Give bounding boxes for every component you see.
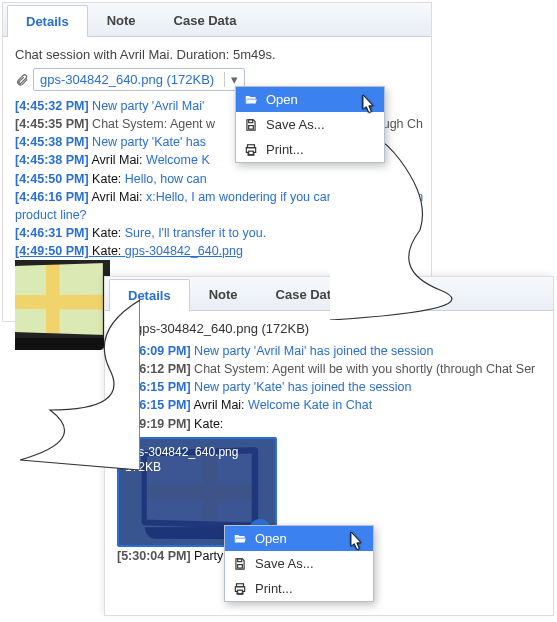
svg-rect-7 bbox=[238, 590, 243, 594]
menu-print-label: Print... bbox=[255, 581, 293, 596]
chat-log: [3:16:09 PM] New party 'Avril Mai' has j… bbox=[117, 342, 545, 433]
svg-rect-1 bbox=[249, 125, 254, 128]
thumb-filesize: 172KB bbox=[125, 460, 269, 476]
log-line: [3:19:19 PM] Kate: bbox=[117, 415, 545, 433]
tab-case-data[interactable]: Case Data bbox=[155, 4, 256, 36]
svg-rect-4 bbox=[238, 558, 242, 561]
svg-rect-3 bbox=[249, 151, 254, 155]
tab-details[interactable]: Details bbox=[7, 5, 88, 37]
save-icon bbox=[244, 118, 258, 132]
torn-edge-decoration bbox=[0, 300, 140, 470]
menu-save-as-label: Save As... bbox=[266, 117, 325, 132]
menu-print[interactable]: Print... bbox=[236, 137, 384, 162]
svg-rect-5 bbox=[238, 564, 243, 568]
thumb-filename: gps-304842_640.png bbox=[125, 445, 269, 461]
chevron-down-icon: ▾ bbox=[224, 72, 238, 87]
attachment-label: gps-304842_640.png (172KB) bbox=[135, 321, 309, 336]
print-icon bbox=[233, 582, 247, 596]
menu-open-label: Open bbox=[266, 92, 298, 107]
session-summary: Chat session with Avril Mai. Duration: 5… bbox=[15, 47, 423, 62]
save-icon bbox=[233, 557, 247, 571]
tab-note[interactable]: Note bbox=[190, 278, 257, 310]
attachment-label: gps-304842_640.png (172KB) bbox=[40, 72, 214, 87]
folder-open-icon bbox=[244, 93, 258, 107]
menu-print[interactable]: Print... bbox=[225, 576, 373, 601]
menu-print-label: Print... bbox=[266, 142, 304, 157]
cursor-icon bbox=[346, 530, 366, 554]
log-line: [3:16:15 PM] New party 'Kate' has joined… bbox=[117, 378, 545, 396]
print-icon bbox=[244, 143, 258, 157]
menu-open-label: Open bbox=[255, 531, 287, 546]
log-line: [3:16:15 PM] Avril Mai: Welcome Kate in … bbox=[117, 396, 545, 414]
tab-note[interactable]: Note bbox=[88, 4, 155, 36]
cursor-icon bbox=[358, 93, 378, 117]
tab-bar: Details Note Case Data bbox=[3, 3, 431, 37]
svg-rect-0 bbox=[249, 119, 253, 122]
folder-open-icon bbox=[233, 532, 247, 546]
attachment-dropdown[interactable]: gps-304842_640.png (172KB) ▾ bbox=[33, 68, 245, 91]
paperclip-icon bbox=[15, 73, 29, 87]
log-line: [3:16:12 PM] Chat System: Agent will be … bbox=[117, 360, 545, 378]
menu-save-as-label: Save As... bbox=[255, 556, 314, 571]
menu-save-as[interactable]: Save As... bbox=[225, 551, 373, 576]
log-line: [3:16:09 PM] New party 'Avril Mai' has j… bbox=[117, 342, 545, 360]
